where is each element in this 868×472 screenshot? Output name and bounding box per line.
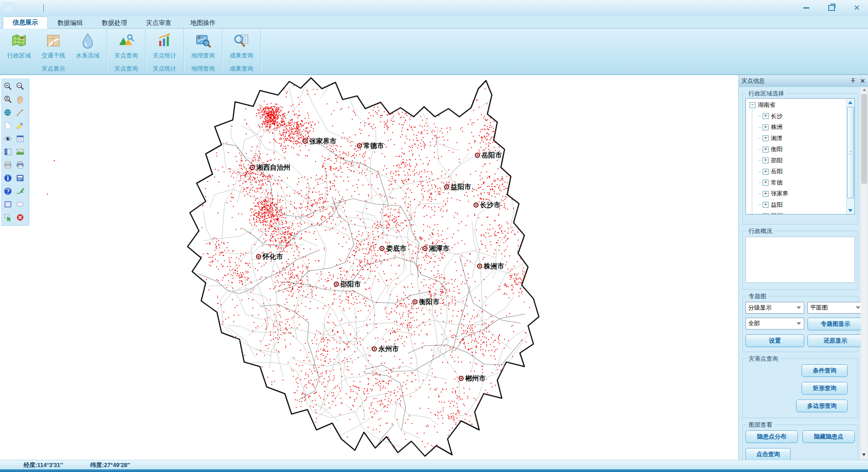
tree-node[interactable]: +益阳 <box>746 200 846 211</box>
panel-header: 灾点信息 ✕ <box>739 75 868 87</box>
panel-close-icon[interactable]: ✕ <box>860 77 865 85</box>
ribbon-group: 灾点查询灾点查询 <box>107 29 146 74</box>
zoom-in-tool-icon[interactable] <box>2 81 14 92</box>
admin-region-icon <box>9 31 28 50</box>
zoom-out-tool-icon[interactable] <box>14 81 26 92</box>
measure-tool-icon[interactable] <box>14 107 26 119</box>
identify-panel-tool-icon[interactable] <box>14 172 26 184</box>
full-extent-tool-icon[interactable] <box>2 107 14 119</box>
minimize-button[interactable] <box>799 2 813 13</box>
expand-icon[interactable]: + <box>763 113 769 119</box>
tree-node[interactable]: +常德 <box>746 177 846 189</box>
panel-scrollbar-thumb[interactable] <box>861 94 867 184</box>
blank-page-tool-icon[interactable] <box>2 120 14 132</box>
expand-icon[interactable]: + <box>763 213 769 215</box>
attribute-table-tool-icon[interactable] <box>14 133 26 145</box>
tree-node[interactable]: +衡阳 <box>746 144 846 155</box>
legend-window-tool-icon[interactable] <box>2 146 14 158</box>
tree-node[interactable]: +株洲 <box>746 122 846 133</box>
grade-display-select[interactable]: 分级显示 <box>745 302 804 314</box>
restore-button[interactable] <box>825 2 838 13</box>
overview-textarea[interactable] <box>745 237 855 283</box>
expand-icon[interactable]: + <box>763 147 769 153</box>
layer-view-button[interactable]: 点击查询 <box>745 448 791 461</box>
eye-tool-icon[interactable] <box>2 133 14 145</box>
close-button[interactable]: ✕ <box>850 2 863 13</box>
ribbon-button-label: 灾点查询 <box>114 52 138 60</box>
ribbon-group-caption: 成果查询 <box>222 64 260 74</box>
sketch-tool-icon[interactable] <box>14 186 26 197</box>
pan-tool-icon[interactable] <box>14 94 26 105</box>
disaster-query-button[interactable]: 条件查询 <box>802 364 848 377</box>
tab-5[interactable]: 地图操作 <box>181 17 225 29</box>
map-canvas[interactable]: 张家界市常德市岳阳市湘西自治州益阳市长沙市娄底市湘潭市株洲市怀化市邵阳市衡阳市永… <box>0 75 738 460</box>
latitude-readout: 纬度:27°49′28″ <box>90 461 130 469</box>
tree-node[interactable]: +张家界 <box>746 188 846 200</box>
ribbon-group-caption: 灾点查询 <box>107 64 145 74</box>
settings-button[interactable]: 设置 <box>745 334 804 347</box>
layer-view-button[interactable]: 隐患点分布 <box>745 430 798 443</box>
print-tool-icon[interactable] <box>2 159 14 171</box>
restore-display-button[interactable]: 还原显示 <box>807 334 863 347</box>
ribbon-button[interactable]: 地理查询 <box>186 30 220 63</box>
tree-node[interactable]: +邵阳 <box>746 155 846 167</box>
tab-4[interactable]: 灾点审查 <box>137 17 181 29</box>
tab-2[interactable]: 数据编辑 <box>48 17 92 29</box>
delete-tool-icon[interactable] <box>14 212 26 224</box>
rect-select-tool-icon[interactable] <box>2 199 14 210</box>
panel-scrollbar[interactable] <box>861 87 868 459</box>
ribbon-button[interactable]: 水系流域 <box>71 30 105 63</box>
tab-3[interactable]: 数据处理 <box>92 17 137 29</box>
tree-node[interactable]: +长沙 <box>746 111 846 122</box>
svg-text:郴州市: 郴州市 <box>465 374 486 382</box>
expand-icon[interactable]: + <box>763 180 769 186</box>
tree-node-root[interactable]: −湖南省 <box>746 100 846 111</box>
print-preview-tool-icon[interactable] <box>14 159 26 171</box>
thematic-show-button[interactable]: 专题图显示 <box>807 318 863 330</box>
help-tool-icon[interactable] <box>2 186 14 197</box>
overview-image-tool-icon[interactable] <box>14 146 26 158</box>
lasso-select-tool-icon[interactable] <box>2 212 14 224</box>
tree-node[interactable]: +湘潭 <box>746 133 846 144</box>
chevron-down-icon <box>797 322 801 325</box>
svg-text:邵阳市: 邵阳市 <box>340 280 361 288</box>
panel-scroll-down-icon[interactable] <box>862 453 866 456</box>
ribbon-button[interactable]: 灾点查询 <box>109 30 143 63</box>
layer-view-button[interactable]: 隐藏隐患点 <box>802 430 855 443</box>
expand-icon[interactable]: + <box>763 135 769 141</box>
expand-icon[interactable]: + <box>763 124 769 130</box>
tree-node[interactable]: +岳阳 <box>746 166 846 177</box>
ellipse-select-tool-icon[interactable] <box>14 199 26 210</box>
panel-scroll-up-icon[interactable] <box>863 89 866 91</box>
eraser-tool-icon[interactable] <box>14 120 26 132</box>
expand-icon[interactable]: + <box>763 202 769 208</box>
ribbon-group: 成果查询成果查询 <box>222 29 261 74</box>
expand-icon[interactable]: + <box>763 191 769 197</box>
ribbon-button[interactable]: 行政区域 <box>2 30 36 63</box>
traffic-lines-icon <box>44 31 63 50</box>
all-select[interactable]: 全部 <box>745 318 804 329</box>
map-area[interactable]: 张家界市常德市岳阳市湘西自治州益阳市长沙市娄底市湘潭市株洲市怀化市邵阳市衡阳市永… <box>0 75 738 460</box>
tree-scrollbar[interactable] <box>846 99 854 214</box>
tree-node[interactable]: +郴州 <box>746 210 846 215</box>
ribbon-button[interactable]: 成果查询 <box>224 30 259 63</box>
info-tool-icon[interactable] <box>2 172 14 184</box>
app-menu-button[interactable] <box>3 3 14 13</box>
ribbon-button[interactable]: 灾点统计 <box>147 30 182 63</box>
tab-1[interactable]: 信息展示 <box>3 16 48 29</box>
expand-icon[interactable]: + <box>763 169 769 175</box>
collapse-icon[interactable]: − <box>750 102 755 108</box>
pin-icon[interactable] <box>849 77 857 85</box>
disaster-query-button[interactable]: 矩形查询 <box>802 382 848 395</box>
expand-icon[interactable]: + <box>763 157 769 163</box>
tree-scrollbar-thumb[interactable] <box>847 107 854 198</box>
plane-map-select[interactable]: 平面图 <box>807 302 863 314</box>
ribbon-group-caption: 灾点展示 <box>0 64 107 74</box>
zoom-window-tool-icon[interactable] <box>2 94 14 105</box>
ribbon-button[interactable]: 交通干线 <box>36 30 71 63</box>
disaster-query-button[interactable]: 多边形查询 <box>796 400 848 412</box>
overview-caption: 行政概况 <box>746 227 774 235</box>
tree-scroll-down-icon[interactable] <box>847 207 854 214</box>
disaster-query-caption: 灾害点查询 <box>746 355 780 363</box>
tree-scroll-up-icon[interactable] <box>847 99 854 106</box>
